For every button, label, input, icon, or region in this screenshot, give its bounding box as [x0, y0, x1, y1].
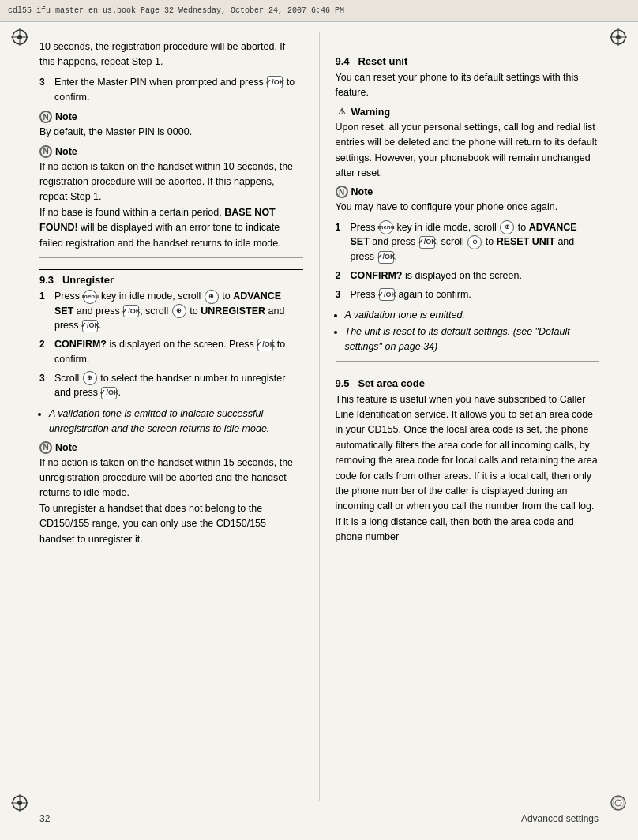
note-3-label: N Note — [39, 441, 303, 454]
note-2-label: N Note — [39, 145, 303, 158]
unreg-step-2-num: 2 — [39, 337, 51, 367]
unreg-step-1-num: 1 — [39, 289, 51, 333]
note-4-icon: N — [336, 186, 348, 198]
note-2-body: If no action is taken on the handset wit… — [39, 159, 303, 251]
unreg-bullet-1: A validation tone is emitted to indicate… — [49, 407, 303, 437]
corner-mark-bl — [11, 794, 28, 812]
section-95-title: Set area code — [358, 377, 425, 389]
reset-step-2-content: CONFIRM? is displayed on the screen. — [351, 268, 599, 283]
page-number: 32 — [39, 813, 50, 824]
scroll-key-r1: ⊕ — [500, 220, 514, 234]
reset-step-3-num: 3 — [336, 287, 347, 302]
unreg-step-2: 2 CONFIRM? is displayed on the screen. P… — [39, 337, 303, 367]
menu-key-r1: menu — [379, 220, 393, 234]
svg-point-14 — [613, 797, 624, 808]
svg-point-12 — [611, 796, 625, 810]
note-2-block: N Note If no action is taken on the hand… — [39, 145, 303, 251]
reset-step-1-content: Press menu key in idle mode, scroll ⊕ to… — [351, 220, 599, 264]
section-94-num: 9.4 — [336, 55, 358, 67]
header-text: cdl55_ifu_master_en_us.book Page 32 Wedn… — [8, 6, 344, 15]
reset-step-3: 3 Press ✓/OK again to confirm. — [336, 287, 599, 302]
section-divider-93 — [39, 257, 303, 258]
note-4-block: N Note You may have to configure your ph… — [336, 186, 599, 215]
warning-label: ⚠ Warning — [336, 106, 599, 118]
note-1-icon: N — [39, 111, 52, 123]
step3-list: 3 Enter the Master PIN when prompted and… — [39, 75, 303, 105]
ok-key-1: ✓/OK — [123, 305, 139, 317]
section-93-heading: 9.3 Unregister — [39, 269, 303, 286]
corner-mark-tl — [11, 28, 28, 46]
step-3-item: 3 Enter the Master PIN when prompted and… — [39, 75, 303, 105]
ok-key-r1: ✓/OK — [419, 236, 435, 249]
note-3-icon: N — [39, 441, 52, 454]
section-94-title: Reset unit — [358, 55, 407, 67]
content-area: 10 seconds, the registration procedure w… — [39, 32, 599, 801]
reset-step-1: 1 Press menu key in idle mode, scroll ⊕ … — [336, 220, 599, 264]
right-column: 9.4 Reset unit You can reset your phone … — [319, 32, 599, 801]
corner-mark-br — [610, 794, 627, 812]
unregister-steps: 1 Press menu key in idle mode, scroll ⊕ … — [39, 289, 303, 400]
reset-bullets: A validation tone is emitted. The unit i… — [336, 308, 599, 354]
left-column: 10 seconds, the registration procedure w… — [39, 32, 303, 801]
reset-step-2-num: 2 — [336, 268, 347, 283]
note-2-icon: N — [39, 145, 52, 158]
scroll-key-3: ⊕ — [83, 371, 97, 385]
note-3-body: If no action is taken on the handset wit… — [39, 456, 303, 547]
section-94-heading: 9.4 Reset unit — [336, 51, 599, 67]
note-1-block: N Note By default, the Master PIN is 000… — [39, 111, 303, 140]
area-code-text: This feature is useful when you have sub… — [336, 392, 599, 546]
section-93-num: 9.3 — [39, 274, 62, 286]
ok-key-3: ✓/OK — [101, 387, 117, 399]
intro-text: 10 seconds, the registration procedure w… — [39, 39, 303, 70]
unreg-step-3-content: Scroll ⊕ to select the handset number to… — [54, 371, 303, 401]
unreg-step-2-content: CONFIRM? is displayed on the screen. Pre… — [54, 337, 303, 367]
unreg-step-1-content: Press menu key in idle mode, scroll ⊕ to… — [54, 289, 303, 333]
unreg-step-3: 3 Scroll ⊕ to select the handset number … — [39, 371, 303, 401]
note-3-block: N Note If no action is taken on the hand… — [39, 441, 303, 547]
section-label: Advanced settings — [521, 813, 599, 824]
reset-bullet-2: The unit is reset to its default setting… — [345, 324, 599, 354]
warning-block: ⚠ Warning Upon reset, all your personal … — [336, 106, 599, 182]
note-1-body: By default, the Master PIN is 0000. — [39, 125, 303, 140]
reset-bullet-1: A validation tone is emitted. — [345, 308, 599, 323]
reset-step-2: 2 CONFIRM? is displayed on the screen. — [336, 268, 599, 283]
note-4-body: You may have to configure your phone onc… — [336, 200, 599, 215]
ok-key-r1b: ✓/OK — [378, 251, 394, 264]
scroll-key-1: ⊕ — [205, 290, 219, 304]
unreg-step-1: 1 Press menu key in idle mode, scroll ⊕ … — [39, 289, 303, 333]
ok-key-icon: ✓/OK — [267, 76, 283, 88]
warning-body: Upon reset, all your personal settings, … — [336, 120, 599, 182]
menu-key-1: menu — [83, 290, 97, 304]
step-3-num: 3 — [39, 75, 51, 105]
reset-step-1-num: 1 — [336, 220, 347, 264]
note-4-label: N Note — [336, 186, 599, 198]
step-3-text1: Enter the Master PIN when prompted and p… — [54, 77, 264, 88]
scroll-key-r1b: ⊕ — [467, 235, 482, 249]
note-1-label: N Note — [39, 111, 303, 123]
corner-mark-tr — [610, 28, 627, 46]
reset-step-3-content: Press ✓/OK again to confirm. — [351, 287, 599, 302]
page-footer: 32 Advanced settings — [39, 813, 599, 824]
section-95-num: 9.5 — [336, 377, 358, 389]
ok-key-r3: ✓/OK — [379, 288, 395, 301]
svg-point-13 — [615, 800, 621, 806]
ok-key-1b: ✓/OK — [82, 320, 98, 332]
warning-icon: ⚠ — [336, 106, 348, 118]
unreg-bullets: A validation tone is emitted to indicate… — [39, 407, 303, 437]
section-93-title: Unregister — [62, 274, 114, 286]
reset-steps: 1 Press menu key in idle mode, scroll ⊕ … — [336, 220, 599, 302]
step-3-content: Enter the Master PIN when prompted and p… — [54, 75, 303, 105]
section-divider-95 — [336, 361, 599, 362]
page-header-bar: cdl55_ifu_master_en_us.book Page 32 Wedn… — [0, 0, 638, 22]
ok-key-2: ✓/OK — [257, 339, 273, 351]
unreg-step-3-num: 3 — [39, 371, 51, 401]
scroll-key-1b: ⊕ — [172, 304, 186, 318]
reset-intro: You can reset your phone to its default … — [336, 70, 599, 101]
section-95-heading: 9.5 Set area code — [336, 373, 599, 389]
